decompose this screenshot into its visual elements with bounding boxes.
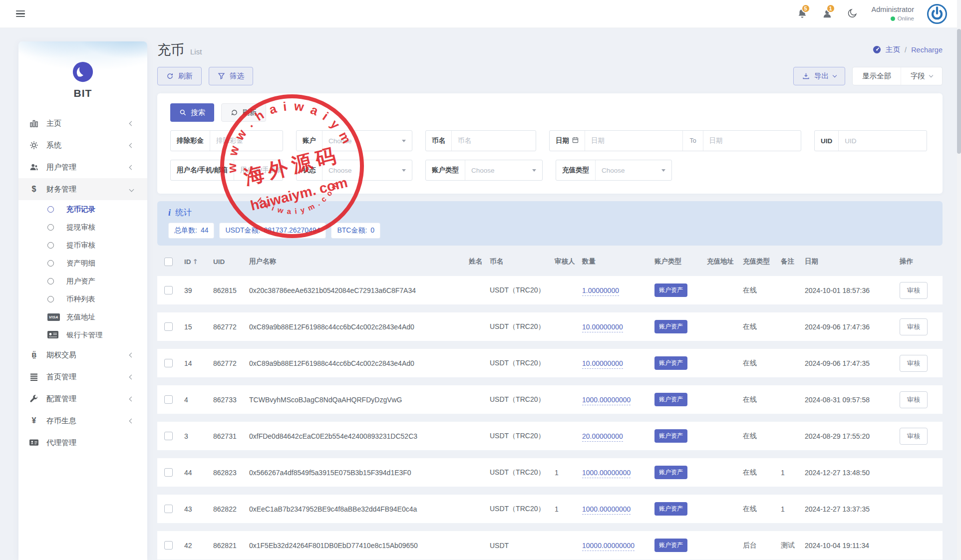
chevron-left-icon: [129, 165, 134, 170]
placeholder-text: Choose: [602, 167, 625, 174]
filter-field: 账户Choose: [296, 130, 412, 151]
placeholder-text: Choose: [328, 167, 352, 174]
cell-id: 44: [180, 458, 209, 487]
cell-recharge-address: [703, 495, 739, 523]
amount-link[interactable]: 10.00000000: [582, 323, 623, 332]
cell-real-name: [465, 349, 486, 377]
cell-account-type: 账户资产: [650, 495, 703, 523]
filter-input[interactable]: 币名: [452, 131, 536, 151]
filter-field-label: 日期: [550, 131, 585, 151]
sidebar-subitem-8[interactable]: 用户资产: [18, 272, 147, 290]
filter-field: 账户类型Choose: [425, 160, 543, 181]
cell-real-name: [465, 495, 486, 523]
circle-icon: [47, 278, 60, 284]
dark-mode-moon-icon[interactable]: [847, 8, 859, 20]
filter-input[interactable]: 日期: [703, 131, 801, 151]
amount-link[interactable]: 20.00000000: [582, 432, 623, 442]
sidebar-subitem-6[interactable]: 提币审核: [18, 236, 147, 254]
scrollbar-thumb[interactable]: [957, 29, 961, 154]
sidebar-item-12[interactable]: B期权交易: [18, 344, 147, 366]
amount-link[interactable]: 10.00000000: [582, 359, 623, 369]
amount-link[interactable]: 1.00000000: [582, 286, 619, 296]
cell-account-type: 账户资产: [650, 349, 703, 377]
column-header[interactable]: ID↑: [180, 255, 209, 268]
records-table: ID↑UID用户名称姓名币名审核人数量账户类型充值地址充值类型备注日期操作 39…: [157, 247, 943, 560]
fields-button[interactable]: 字段: [901, 67, 942, 85]
stats-badge-value: 44: [201, 226, 209, 235]
refresh-button[interactable]: 刷新: [157, 67, 202, 85]
sidebar-item-0[interactable]: 主页: [18, 112, 147, 134]
row-checkbox[interactable]: [164, 322, 173, 331]
row-checkbox[interactable]: [164, 359, 173, 367]
filter-select[interactable]: Choose: [596, 160, 671, 180]
row-checkbox[interactable]: [164, 432, 173, 440]
sidebar-item-16[interactable]: 代理管理: [18, 432, 147, 454]
sidebar-subitem-9[interactable]: 币种列表: [18, 290, 147, 308]
sidebar-subitem-active[interactable]: 充币记录: [18, 200, 147, 218]
filter-input[interactable]: UID: [839, 131, 927, 151]
account-type-badge: 账户资产: [654, 283, 687, 297]
circle-icon: [47, 206, 60, 213]
amount-link[interactable]: 1000.00000000: [582, 469, 631, 478]
sidebar-item-2[interactable]: 用户管理: [18, 156, 147, 178]
row-checkbox[interactable]: [164, 541, 173, 550]
table-row: 4862733TCWBvyhMScoBJagC8NdQaAHQRFDyDzgVw…: [157, 385, 943, 414]
refresh-icon: [231, 109, 238, 116]
account-type-badge: 账户资产: [654, 356, 687, 370]
cell-recharge-type: 在线: [739, 385, 777, 414]
filter-input[interactable]: 排除彩金: [210, 131, 283, 151]
review-button[interactable]: 审核: [900, 318, 928, 335]
breadcrumb-home-link[interactable]: 主页: [886, 45, 900, 54]
filter-refresh-button[interactable]: 刷新: [221, 103, 266, 122]
amount-link[interactable]: 1000.00000000: [582, 396, 631, 405]
review-button[interactable]: 审核: [900, 282, 928, 299]
row-checkbox[interactable]: [164, 395, 173, 404]
online-status: Online: [898, 15, 914, 23]
sidebar-subitem-10[interactable]: VISA充值地址: [18, 308, 147, 326]
cell-real-name: [465, 531, 486, 560]
cell-remark: 1: [777, 458, 801, 487]
user-notification-icon[interactable]: 1: [822, 8, 834, 20]
cell-real-name: [465, 422, 486, 450]
filter-select[interactable]: Choose: [322, 160, 412, 180]
cell-recharge-type: 在线: [739, 312, 777, 341]
select-all-checkbox[interactable]: [164, 258, 173, 266]
bell-icon[interactable]: 5: [797, 8, 809, 20]
cell-account-type: 账户资产: [650, 276, 703, 304]
search-button[interactable]: 搜索: [170, 103, 214, 122]
row-checkbox[interactable]: [164, 505, 173, 513]
filter-select[interactable]: Choose: [322, 131, 412, 151]
online-dot: [891, 16, 895, 21]
review-button[interactable]: 审核: [900, 391, 928, 408]
sidebar-item-1[interactable]: 系统: [18, 134, 147, 156]
sidebar-subitem-11[interactable]: 银行卡管理: [18, 326, 147, 344]
export-button[interactable]: 导出: [793, 67, 845, 85]
sidebar-subitem-label: 充币记录: [66, 205, 95, 214]
main-content: 充币List 主页 / Recharge 刷新 筛选 导出: [157, 34, 943, 560]
table-row: 438628220xEeC1aB7b2347952BE9c4f8aBBe32dd…: [157, 495, 943, 523]
chevron-down-icon: [833, 73, 837, 77]
row-checkbox[interactable]: [164, 286, 173, 294]
amount-link[interactable]: 1000.00000000: [582, 505, 631, 515]
sidebar-subitem-7[interactable]: 资产明细: [18, 254, 147, 272]
chevron-left-icon: [129, 143, 134, 148]
sidebar-item-13[interactable]: 首页管理: [18, 366, 147, 388]
sidebar-subitem-5[interactable]: 提现审核: [18, 218, 147, 236]
placeholder-text: 用户名/手机/邮箱: [240, 166, 283, 175]
row-checkbox[interactable]: [164, 468, 173, 477]
filter-input[interactable]: 用户名/手机/邮箱: [234, 160, 283, 180]
amount-link[interactable]: 10000.00000000: [582, 542, 635, 551]
show-all-button[interactable]: 显示全部: [853, 67, 901, 85]
filter-button[interactable]: 筛选: [209, 67, 253, 85]
review-button[interactable]: 审核: [900, 355, 928, 372]
sidebar-item-15[interactable]: ¥存币生息: [18, 410, 147, 432]
sidebar-item-14[interactable]: 配置管理: [18, 388, 147, 410]
filter-select[interactable]: Choose: [465, 160, 542, 180]
menu-toggle-icon[interactable]: [14, 7, 27, 21]
avatar[interactable]: [927, 4, 947, 24]
cell-recharge-address: [703, 531, 739, 560]
cell-date: 2024-12-27 13:48:50: [801, 458, 896, 487]
filter-input[interactable]: 日期: [585, 131, 682, 151]
sidebar-item-3[interactable]: $财务管理: [18, 178, 147, 200]
review-button[interactable]: 审核: [900, 428, 928, 445]
